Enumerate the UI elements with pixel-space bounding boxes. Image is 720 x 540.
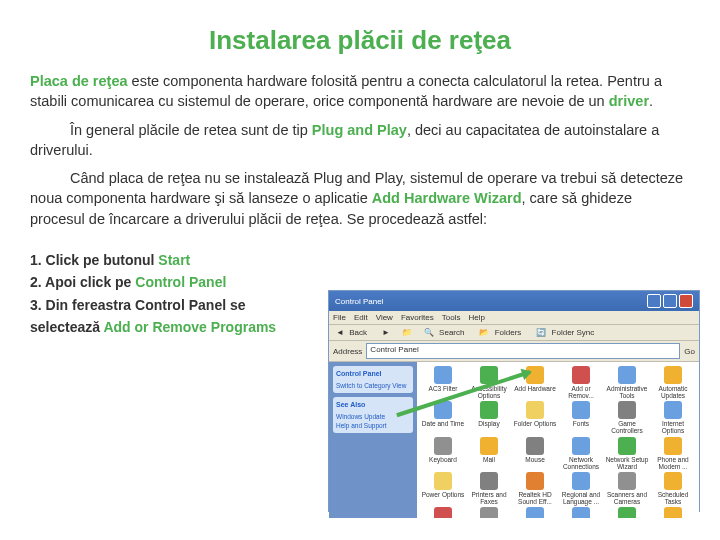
applet-icon [572, 472, 590, 490]
cp-icon[interactable]: Mail [467, 437, 511, 470]
applet-label: Fonts [573, 420, 589, 427]
address-bar: Address Control Panel Go [329, 341, 699, 362]
cp-icon[interactable]: Administrative Tools [605, 366, 649, 399]
titlebar[interactable]: Control Panel [329, 291, 699, 311]
switch-view-link[interactable]: Switch to Category View [336, 381, 410, 390]
step-2: 2. Apoi click pe [30, 274, 135, 290]
applet-label: Automatic Updates [651, 385, 695, 399]
sidebar: Control Panel Switch to Category View Se… [329, 362, 417, 518]
search-button[interactable]: 🔍 Search [421, 327, 471, 338]
cp-icon[interactable]: Display [467, 401, 511, 434]
foldersync-button[interactable]: 🔄 Folder Sync [533, 327, 600, 338]
task-header: See Also [336, 400, 410, 410]
applet-label: Administrative Tools [605, 385, 649, 399]
applet-label: Network Connections [559, 456, 603, 470]
applet-icon [664, 366, 682, 384]
term-placa: Placa de reţea [30, 73, 128, 89]
forward-button[interactable]: ► [379, 327, 393, 338]
address-input[interactable]: Control Panel [366, 343, 680, 359]
cp-icon[interactable]: Realtek HD Sound Eff... [513, 472, 557, 505]
applet-icon [572, 437, 590, 455]
cp-icon[interactable]: Add Hardware [513, 366, 557, 399]
cp-icon[interactable]: Power Options [421, 472, 465, 505]
cp-icon[interactable]: Printers and Faxes [467, 472, 511, 505]
minimize-button[interactable] [647, 294, 661, 308]
cp-icon[interactable]: Network Connections [559, 437, 603, 470]
back-button[interactable]: ◄ Back [333, 327, 373, 338]
applet-label: Phone and Modem ... [651, 456, 695, 470]
applet-icon [664, 507, 682, 518]
applet-icon [434, 472, 452, 490]
cp-icon[interactable]: Add or Remov... [559, 366, 603, 399]
applet-label: Mouse [525, 456, 545, 463]
applet-icon [434, 437, 452, 455]
applet-icon [572, 507, 590, 518]
maximize-button[interactable] [663, 294, 677, 308]
applet-label: Power Options [422, 491, 465, 498]
applet-icon [664, 401, 682, 419]
applet-label: Date and Time [422, 420, 464, 427]
applet-icon [664, 472, 682, 490]
cp-icon[interactable]: Internet Options [651, 401, 695, 434]
cp-icon[interactable]: Regional and Language ... [559, 472, 603, 505]
cp-icon[interactable]: Security Center [421, 507, 465, 518]
applet-label: Scheduled Tasks [651, 491, 695, 505]
applet-icon [434, 507, 452, 518]
cp-icon[interactable]: Taskbar and Start Menu [605, 507, 649, 518]
applet-label: Regional and Language ... [559, 491, 603, 505]
help-support-link[interactable]: Help and Support [336, 421, 410, 430]
applet-icon [526, 507, 544, 518]
applet-icon [618, 437, 636, 455]
cp-icon[interactable]: Phone and Modem ... [651, 437, 695, 470]
folders-button[interactable]: 📂 Folders [476, 327, 527, 338]
applet-icon [572, 401, 590, 419]
icon-grid: AC3 FilterAccessibility OptionsAdd Hardw… [417, 362, 699, 518]
applet-icon [434, 366, 452, 384]
applet-label: Keyboard [429, 456, 457, 463]
menu-edit[interactable]: Edit [354, 313, 368, 322]
cp-icon[interactable]: Mouse [513, 437, 557, 470]
applet-icon [526, 401, 544, 419]
cp-icon[interactable]: Fonts [559, 401, 603, 434]
step-1-target: Start [158, 252, 190, 268]
term-driver: driver [609, 93, 649, 109]
applet-icon [480, 507, 498, 518]
cp-icon[interactable]: Keyboard [421, 437, 465, 470]
cp-icon[interactable]: Speech [513, 507, 557, 518]
applet-label: Printers and Faxes [467, 491, 511, 505]
menubar: File Edit View Favorites Tools Help [329, 311, 699, 325]
control-panel-window: Control Panel File Edit View Favorites T… [328, 290, 700, 512]
term-addhw: Add Hardware Wizard [372, 190, 522, 206]
text: În general plăcile de retea sunt de tip [70, 122, 312, 138]
applet-icon [480, 437, 498, 455]
applet-icon [572, 366, 590, 384]
go-button[interactable]: Go [684, 347, 695, 356]
applet-icon [526, 437, 544, 455]
cp-icon[interactable]: Folder Options [513, 401, 557, 434]
applet-label: Realtek HD Sound Eff... [513, 491, 557, 505]
up-button[interactable]: 📁 [399, 327, 415, 338]
term-plugplay: Plug and Play [312, 122, 407, 138]
cp-icon[interactable]: Game Controllers [605, 401, 649, 434]
applet-label: Scanners and Cameras [605, 491, 649, 505]
applet-label: Add Hardware [514, 385, 556, 392]
applet-label: Network Setup Wizard [605, 456, 649, 470]
cp-icon[interactable]: System [559, 507, 603, 518]
step-1: 1. Click pe butonul [30, 252, 158, 268]
cp-icon[interactable]: Sounds and Audio Devices [467, 507, 511, 518]
menu-favorites[interactable]: Favorites [401, 313, 434, 322]
menu-view[interactable]: View [376, 313, 393, 322]
menu-tools[interactable]: Tools [442, 313, 461, 322]
address-label: Address [333, 347, 362, 356]
menu-file[interactable]: File [333, 313, 346, 322]
cp-icon[interactable]: Automatic Updates [651, 366, 695, 399]
paragraph-2: În general plăcile de retea sunt de tip … [30, 120, 690, 161]
text: . [649, 93, 653, 109]
menu-help[interactable]: Help [468, 313, 484, 322]
cp-icon[interactable]: Scanners and Cameras [605, 472, 649, 505]
close-button[interactable] [679, 294, 693, 308]
cp-icon[interactable]: Scheduled Tasks [651, 472, 695, 505]
applet-label: Mail [483, 456, 495, 463]
cp-icon[interactable]: Network Setup Wizard [605, 437, 649, 470]
cp-icon[interactable]: User Accounts [651, 507, 695, 518]
